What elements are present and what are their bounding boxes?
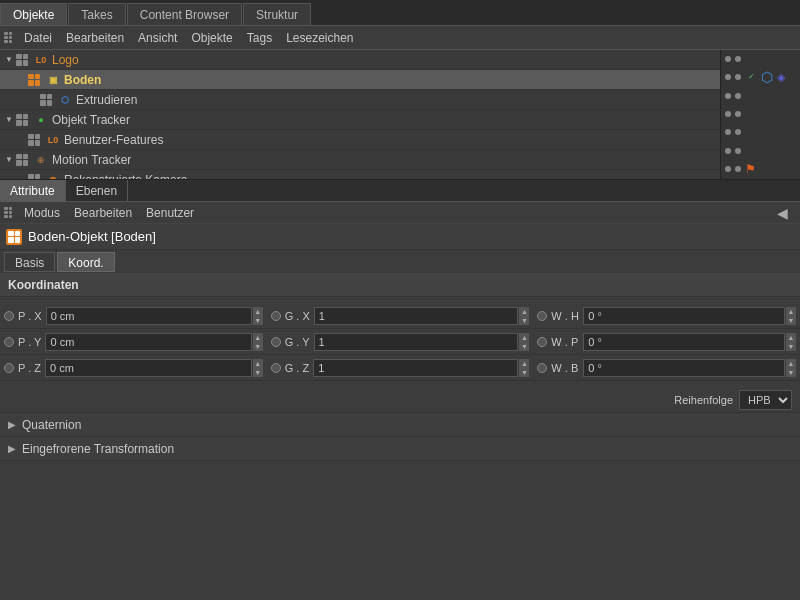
spin-down-wp[interactable]: ▼ xyxy=(786,342,796,351)
menu-ansicht[interactable]: Ansicht xyxy=(132,29,183,47)
render-dot[interactable] xyxy=(735,166,741,172)
render-dot[interactable] xyxy=(735,148,741,154)
coord-input-pz[interactable] xyxy=(45,359,252,377)
tab-ebenen[interactable]: Ebenen xyxy=(66,180,128,202)
expand-icon[interactable]: ▼ xyxy=(4,155,14,165)
tag-icon[interactable]: ⬡ xyxy=(761,69,773,85)
object-icon: ⬡ xyxy=(58,93,72,107)
tab-koord[interactable]: Koord. xyxy=(57,252,114,272)
visibility-dot[interactable] xyxy=(725,56,731,62)
visibility-dot[interactable] xyxy=(725,129,731,135)
tab-basis[interactable]: Basis xyxy=(4,252,55,272)
object-icon: ⊕ xyxy=(34,153,48,167)
coord-radio-gz[interactable] xyxy=(271,363,281,373)
render-dot[interactable] xyxy=(735,111,741,117)
coord-cell-wb: W . B ▲ ▼ xyxy=(533,359,800,377)
coord-input-gy[interactable] xyxy=(314,333,519,351)
menu-bearbeiten-attr[interactable]: Bearbeiten xyxy=(68,204,138,222)
object-icon: ◉ xyxy=(46,173,60,180)
quaternion-section[interactable]: ▶ Quaternion xyxy=(0,413,800,437)
reihenfolge-select[interactable]: HPB PHB HBP BHP PBH BPH xyxy=(739,390,792,410)
tab-attribute[interactable]: Attribute xyxy=(0,180,66,202)
coord-radio-gy[interactable] xyxy=(271,337,281,347)
icon-row xyxy=(721,124,800,142)
spin-up-pz[interactable]: ▲ xyxy=(253,359,263,368)
object-name: Motion Tracker xyxy=(52,153,131,167)
render-dot[interactable] xyxy=(735,74,741,80)
list-item[interactable]: ◉ Rekonstruierte Kamera xyxy=(0,170,720,179)
spin-up-wb[interactable]: ▲ xyxy=(786,359,796,368)
spin-down-wb[interactable]: ▼ xyxy=(786,368,796,377)
expand-icon[interactable]: ▼ xyxy=(4,115,14,125)
visibility-dot[interactable] xyxy=(725,111,731,117)
render-dot[interactable] xyxy=(735,129,741,135)
spin-up-gz[interactable]: ▲ xyxy=(519,359,529,368)
top-tab-bar: Objekte Takes Content Browser Struktur xyxy=(0,0,800,26)
coord-cell-pz: P . Z ▲ ▼ xyxy=(0,359,267,377)
tab-objekte[interactable]: Objekte xyxy=(0,3,67,25)
coord-radio-wb[interactable] xyxy=(537,363,547,373)
coord-input-wb[interactable] xyxy=(583,359,785,377)
object-type-icon xyxy=(16,54,28,66)
spin-down-wh[interactable]: ▼ xyxy=(786,316,796,325)
coord-row-2: P . Y ▲ ▼ G . Y ▲ ▼ W . P ▲ ▼ xyxy=(0,329,800,355)
tab-takes[interactable]: Takes xyxy=(68,3,125,25)
tab-content-browser[interactable]: Content Browser xyxy=(127,3,242,25)
visibility-dot[interactable] xyxy=(725,148,731,154)
spin-up-px[interactable]: ▲ xyxy=(253,307,263,316)
spin-up-wh[interactable]: ▲ xyxy=(786,307,796,316)
list-item[interactable]: ▼ ● Objekt Tracker xyxy=(0,110,720,130)
coord-spinner-pz: ▲ ▼ xyxy=(253,359,263,377)
spin-up-py[interactable]: ▲ xyxy=(253,333,263,342)
spin-down-gx[interactable]: ▼ xyxy=(519,316,529,325)
coord-label-gx: G . X xyxy=(285,310,310,322)
list-item[interactable]: ▼ ⊕ Motion Tracker xyxy=(0,150,720,170)
coord-input-wh[interactable] xyxy=(583,307,785,325)
menu-benutzer[interactable]: Benutzer xyxy=(140,204,200,222)
list-item[interactable]: ▣ Boden xyxy=(0,70,720,90)
coord-cell-gx: G . X ▲ ▼ xyxy=(267,307,534,325)
coord-input-wp[interactable] xyxy=(583,333,785,351)
render-dot[interactable] xyxy=(735,56,741,62)
list-item[interactable]: L0 Benutzer-Features xyxy=(0,130,720,150)
visibility-dot[interactable] xyxy=(725,93,731,99)
menu-datei[interactable]: Datei xyxy=(18,29,58,47)
spin-down-py[interactable]: ▼ xyxy=(253,342,263,351)
menu-objekte[interactable]: Objekte xyxy=(185,29,238,47)
object-name: Benutzer-Features xyxy=(64,133,163,147)
menu-tags[interactable]: Tags xyxy=(241,29,278,47)
spin-down-px[interactable]: ▼ xyxy=(253,316,263,325)
object-type-icon xyxy=(28,174,40,180)
list-item[interactable]: ⬡ Extrudieren xyxy=(0,90,720,110)
coord-radio-gx[interactable] xyxy=(271,311,281,321)
coord-radio-pz[interactable] xyxy=(4,363,14,373)
spin-down-pz[interactable]: ▼ xyxy=(253,368,263,377)
menu-bearbeiten[interactable]: Bearbeiten xyxy=(60,29,130,47)
eingefrorene-section[interactable]: ▶ Eingefrorene Transformation xyxy=(0,437,800,461)
spin-up-gy[interactable]: ▲ xyxy=(519,333,529,342)
coord-row-1: P . X ▲ ▼ G . X ▲ ▼ W . H ▲ ▼ xyxy=(0,303,800,329)
coord-input-gx[interactable] xyxy=(314,307,519,325)
coord-input-gz[interactable] xyxy=(313,359,518,377)
coord-radio-wp[interactable] xyxy=(537,337,547,347)
tag2-icon[interactable]: ◈ xyxy=(777,71,785,84)
visibility-dot[interactable] xyxy=(725,74,731,80)
spin-down-gz[interactable]: ▼ xyxy=(519,368,529,377)
render-dot[interactable] xyxy=(735,93,741,99)
spin-up-wp[interactable]: ▲ xyxy=(786,333,796,342)
list-item[interactable]: ▼ L0 Logo xyxy=(0,50,720,70)
coord-input-px[interactable] xyxy=(46,307,252,325)
coord-spinner-wp: ▲ ▼ xyxy=(786,333,796,351)
spin-down-gy[interactable]: ▼ xyxy=(519,342,529,351)
expand-icon[interactable]: ▼ xyxy=(4,55,14,65)
menu-lesezeichen[interactable]: Lesezeichen xyxy=(280,29,359,47)
tab-struktur[interactable]: Struktur xyxy=(243,3,311,25)
coord-radio-px[interactable] xyxy=(4,311,14,321)
menu-modus[interactable]: Modus xyxy=(18,204,66,222)
spin-up-gx[interactable]: ▲ xyxy=(519,307,529,316)
coord-radio-wh[interactable] xyxy=(537,311,547,321)
coord-input-py[interactable] xyxy=(45,333,251,351)
panel-arrow-icon[interactable]: ◀ xyxy=(777,205,796,221)
coord-radio-py[interactable] xyxy=(4,337,14,347)
visibility-dot[interactable] xyxy=(725,166,731,172)
